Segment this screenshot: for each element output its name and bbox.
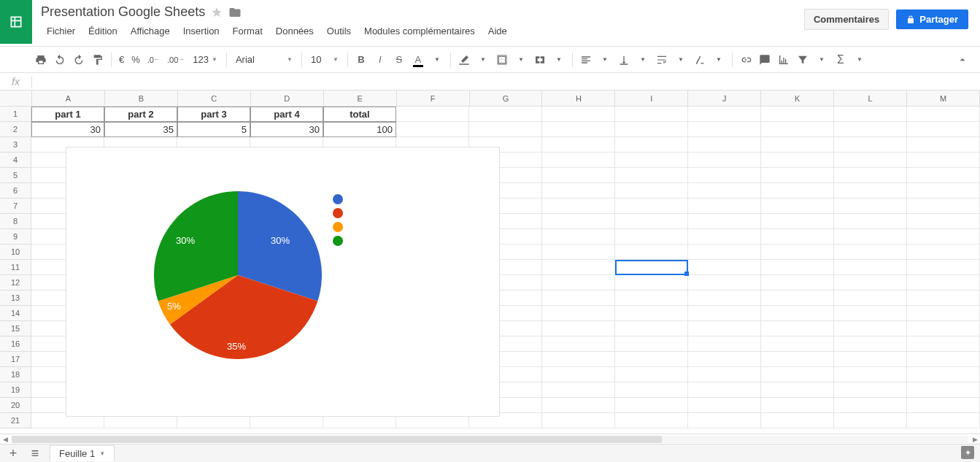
cell[interactable]	[761, 107, 834, 122]
cell[interactable]	[688, 245, 761, 260]
row-header[interactable]: 8	[0, 214, 31, 229]
cell[interactable]	[907, 199, 980, 214]
cell[interactable]	[907, 229, 980, 245]
menu-help[interactable]: Aide	[482, 23, 513, 39]
cell[interactable]	[542, 413, 615, 428]
menu-format[interactable]: Format	[227, 23, 269, 39]
undo-icon[interactable]	[51, 51, 69, 69]
cell[interactable]	[542, 153, 615, 168]
cell[interactable]	[688, 382, 761, 398]
col-header[interactable]: F	[397, 91, 470, 106]
currency-button[interactable]: €	[116, 51, 127, 69]
cell[interactable]	[688, 398, 761, 413]
select-all-corner[interactable]	[0, 91, 32, 106]
cell[interactable]	[542, 260, 615, 275]
rotate-dropdown[interactable]: ▼	[710, 51, 728, 69]
cell[interactable]	[615, 107, 688, 122]
cell[interactable]	[688, 122, 761, 137]
cell[interactable]	[907, 153, 980, 168]
col-header[interactable]: A	[32, 91, 105, 106]
cell[interactable]	[615, 290, 688, 306]
cell[interactable]	[615, 352, 688, 367]
cell[interactable]	[907, 290, 980, 306]
cell[interactable]	[761, 168, 834, 183]
cell[interactable]	[907, 306, 980, 321]
cell[interactable]	[834, 137, 907, 153]
row-header[interactable]: 3	[0, 137, 31, 153]
more-formats-button[interactable]: 123▼	[188, 51, 222, 69]
row-header[interactable]: 14	[0, 306, 31, 321]
borders-button[interactable]	[493, 51, 511, 69]
cell[interactable]	[834, 168, 907, 183]
menu-data[interactable]: Données	[270, 23, 320, 39]
cell[interactable]	[615, 214, 688, 229]
col-header[interactable]: J	[688, 91, 761, 106]
cell[interactable]	[469, 107, 542, 122]
cell[interactable]	[761, 382, 834, 398]
star-icon[interactable]	[211, 7, 223, 18]
cell[interactable]	[834, 214, 907, 229]
cell[interactable]	[834, 275, 907, 290]
col-header[interactable]: D	[251, 91, 324, 106]
cell[interactable]	[834, 245, 907, 260]
fill-color-button[interactable]	[455, 51, 473, 69]
cell[interactable]	[542, 245, 615, 260]
cell[interactable]	[615, 413, 688, 428]
cell-a1[interactable]: part 1	[31, 107, 104, 122]
row-header[interactable]: 1	[0, 107, 31, 122]
col-header[interactable]: I	[615, 91, 688, 106]
cell[interactable]	[542, 367, 615, 382]
cell[interactable]	[542, 382, 615, 398]
cell[interactable]	[907, 168, 980, 183]
cell[interactable]	[907, 183, 980, 199]
cell[interactable]	[761, 153, 834, 168]
explore-button[interactable]: ✦	[961, 446, 974, 459]
scroll-left-icon[interactable]: ◀	[0, 436, 10, 443]
row-header[interactable]: 13	[0, 290, 31, 306]
percent-button[interactable]: %	[128, 51, 143, 69]
col-header[interactable]: H	[542, 91, 615, 106]
wrap-button[interactable]	[653, 51, 671, 69]
cell[interactable]	[542, 306, 615, 321]
row-header[interactable]: 2	[0, 122, 31, 137]
share-button[interactable]: Partager	[896, 9, 968, 29]
cell[interactable]	[688, 153, 761, 168]
cell[interactable]	[834, 153, 907, 168]
cell[interactable]	[688, 168, 761, 183]
col-header[interactable]: L	[834, 91, 907, 106]
col-header[interactable]: G	[470, 91, 543, 106]
cell[interactable]	[688, 183, 761, 199]
pie-chart[interactable]: 30% 35% 5% 30%	[66, 147, 500, 417]
cell[interactable]	[688, 107, 761, 122]
cell[interactable]	[615, 168, 688, 183]
cell[interactable]	[834, 290, 907, 306]
increase-decimal-button[interactable]: .00→	[164, 51, 187, 69]
cell[interactable]	[761, 413, 834, 428]
cell[interactable]	[615, 382, 688, 398]
cell[interactable]	[834, 413, 907, 428]
cell[interactable]	[542, 137, 615, 153]
menu-file[interactable]: Fichier	[41, 23, 81, 39]
cell[interactable]	[542, 168, 615, 183]
cell-c2[interactable]: 5	[177, 122, 250, 137]
cell[interactable]	[907, 137, 980, 153]
sheet-tab-1[interactable]: Feuille 1 ▼	[50, 445, 115, 461]
row-header[interactable]: 10	[0, 245, 31, 260]
cell[interactable]	[907, 214, 980, 229]
cell[interactable]	[615, 245, 688, 260]
cell[interactable]	[834, 260, 907, 275]
cell[interactable]	[542, 352, 615, 367]
cell[interactable]	[834, 352, 907, 367]
row-header[interactable]: 17	[0, 352, 31, 367]
cell[interactable]	[907, 413, 980, 428]
row-header[interactable]: 7	[0, 199, 31, 214]
cell[interactable]	[615, 336, 688, 352]
link-icon[interactable]	[737, 51, 755, 69]
cell[interactable]	[615, 398, 688, 413]
comments-button[interactable]: Commentaires	[804, 9, 889, 30]
cell[interactable]	[761, 398, 834, 413]
cell[interactable]	[688, 352, 761, 367]
cell[interactable]	[615, 199, 688, 214]
row-header[interactable]: 5	[0, 168, 31, 183]
cell[interactable]	[688, 214, 761, 229]
